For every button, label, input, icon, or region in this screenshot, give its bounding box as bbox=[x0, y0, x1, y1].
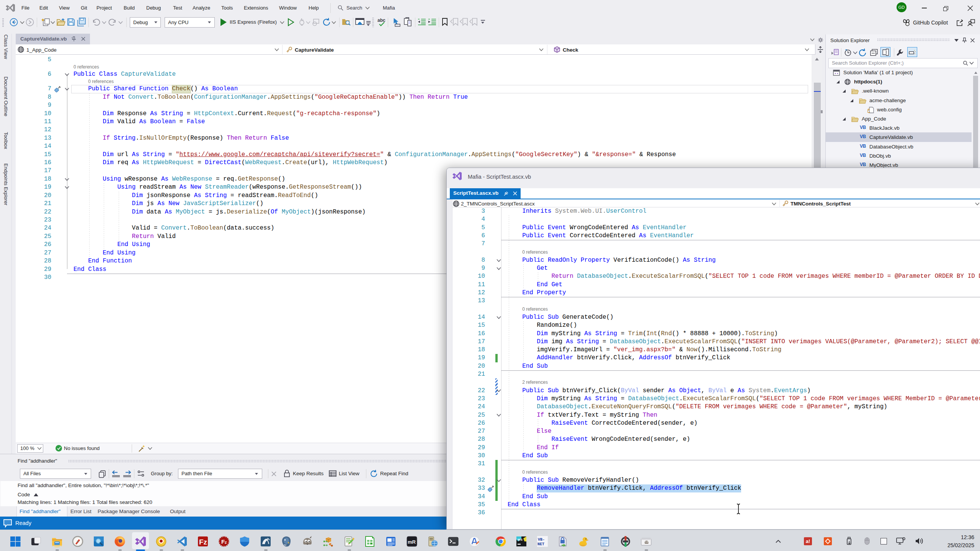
svg-text:NET: NET bbox=[537, 542, 544, 546]
svg-text:z: z bbox=[225, 540, 227, 544]
svg-text:Fz: Fz bbox=[199, 538, 207, 546]
svg-text:WS: WS bbox=[518, 538, 523, 541]
svg-text:mR: mR bbox=[408, 539, 416, 545]
svg-text:VB-: VB- bbox=[538, 538, 545, 542]
svg-text:F: F bbox=[221, 538, 225, 545]
